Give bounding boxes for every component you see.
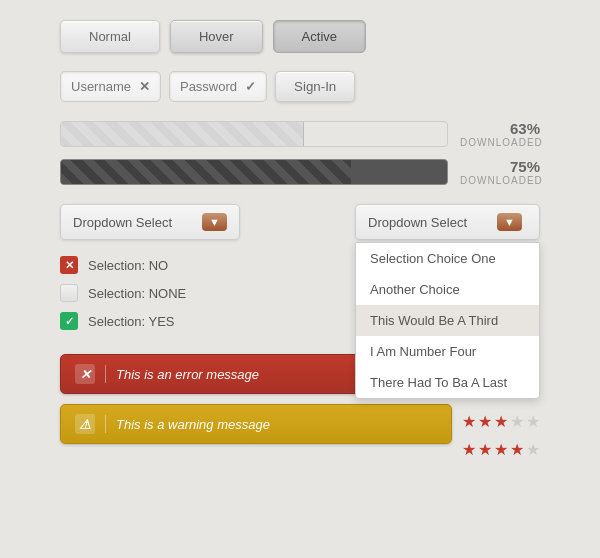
star-row-3: ★ ★ ★ ★ ★ <box>462 412 540 431</box>
signin-button[interactable]: Sign-In <box>275 71 355 102</box>
normal-button[interactable]: Normal <box>60 20 160 53</box>
star-3-2[interactable]: ★ <box>478 412 492 431</box>
progress-row-2: 75% DOWNLOADED <box>60 158 540 186</box>
star-4-5[interactable]: ★ <box>526 440 540 459</box>
input-row: Username ✕ Password ✓ Sign-In <box>60 71 540 102</box>
buttons-row: Normal Hover Active <box>60 20 540 53</box>
dropdown-item-2[interactable]: This Would Be A Third <box>356 305 539 336</box>
error-icon: ✕ <box>75 364 95 384</box>
dropdown-right-arrow-icon: ▼ <box>497 213 522 231</box>
star-4-3[interactable]: ★ <box>494 440 508 459</box>
star-4-2[interactable]: ★ <box>478 440 492 459</box>
star-3-3[interactable]: ★ <box>494 412 508 431</box>
password-field[interactable]: Password ✓ <box>169 71 267 102</box>
dropdown-right-label: Dropdown Select <box>368 215 467 230</box>
checkbox-row-no: ✕ Selection: NO <box>60 256 345 274</box>
progress-bar-dark-wrap <box>60 159 448 185</box>
username-label: Username <box>71 79 131 94</box>
dropdown-left-arrow-icon: ▼ <box>202 213 227 231</box>
dropdown-left[interactable]: Dropdown Select ▼ <box>60 204 240 240</box>
warning-message: This is a warning message <box>116 417 270 432</box>
warning-icon: ⚠ <box>75 414 95 434</box>
star-4-4[interactable]: ★ <box>510 440 524 459</box>
dropdown-open-wrap: Dropdown Select ▼ Selection Choice One A… <box>355 204 540 240</box>
progress-pct-1: 63% <box>460 120 540 137</box>
checkbox-none-label: Selection: NONE <box>88 286 186 301</box>
checkbox-yes-label: Selection: YES <box>88 314 174 329</box>
progress-pct-2: 75% <box>460 158 540 175</box>
password-check-icon: ✓ <box>245 79 256 94</box>
active-button[interactable]: Active <box>273 20 366 53</box>
username-field[interactable]: Username ✕ <box>60 71 161 102</box>
dropdown-item-1[interactable]: Another Choice <box>356 274 539 305</box>
checkbox-section: ✕ Selection: NO Selection: NONE ✓ Select… <box>60 256 345 330</box>
checkbox-no-label: Selection: NO <box>88 258 168 273</box>
error-divider <box>105 365 106 383</box>
star-row-4: ★ ★ ★ ★ ★ <box>462 440 540 459</box>
progress-row-1: 63% DOWNLOADED <box>60 120 540 148</box>
dropdown-left-label: Dropdown Select <box>73 215 172 230</box>
checkbox-none-icon[interactable] <box>60 284 78 302</box>
error-message: This is an error message <box>116 367 259 382</box>
star-4-1[interactable]: ★ <box>462 440 476 459</box>
progress-bar-light <box>61 122 304 146</box>
dropdown-menu: Selection Choice One Another Choice This… <box>355 242 540 399</box>
dropdown-row-left: Dropdown Select ▼ <box>60 204 345 240</box>
warning-divider <box>105 415 106 433</box>
star-3-4[interactable]: ★ <box>510 412 524 431</box>
checkbox-row-yes: ✓ Selection: YES <box>60 312 345 330</box>
progress-bar-light-wrap <box>60 121 448 147</box>
checkbox-no-icon[interactable]: ✕ <box>60 256 78 274</box>
hover-button[interactable]: Hover <box>170 20 263 53</box>
progress-label-1: 63% DOWNLOADED <box>460 120 540 148</box>
username-error-icon: ✕ <box>139 79 150 94</box>
dropdown-right[interactable]: Dropdown Select ▼ <box>355 204 540 240</box>
progress-sub-2: DOWNLOADED <box>460 175 540 186</box>
progress-label-2: 75% DOWNLOADED <box>460 158 540 186</box>
progress-bar-dark <box>61 160 351 184</box>
progress-sub-1: DOWNLOADED <box>460 137 540 148</box>
dropdown-item-0[interactable]: Selection Choice One <box>356 243 539 274</box>
progress-section: 63% DOWNLOADED 75% DOWNLOADED <box>60 120 540 186</box>
warning-bar: ⚠ This is a warning message <box>60 404 452 444</box>
dropdown-item-4[interactable]: There Had To Ba A Last <box>356 367 539 398</box>
star-3-5[interactable]: ★ <box>526 412 540 431</box>
dropdown-item-3[interactable]: I Am Number Four <box>356 336 539 367</box>
password-label: Password <box>180 79 237 94</box>
star-3-1[interactable]: ★ <box>462 412 476 431</box>
checkbox-row-none: Selection: NONE <box>60 284 345 302</box>
checkbox-yes-icon[interactable]: ✓ <box>60 312 78 330</box>
